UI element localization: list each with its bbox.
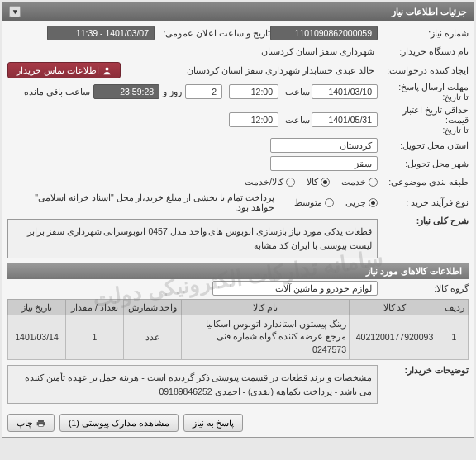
- contact-button[interactable]: اطلاعات تماس خریدار: [7, 62, 121, 78]
- notes-label: توضیحات خریدار:: [378, 365, 469, 375]
- remain-days: 2: [185, 84, 222, 99]
- validity-date: 1401/05/31: [312, 112, 378, 127]
- process-radio-group: جزیی متوسط: [294, 197, 378, 207]
- footer-buttons: پاسخ به نیاز مشاهده مدارک پیوستی (1) چاپ: [2, 409, 474, 437]
- remain-time: 23:59:28: [93, 84, 159, 99]
- announce-label: تاریخ و ساعت اعلان عمومی:: [155, 28, 270, 38]
- validity-time: 12:00: [229, 112, 278, 127]
- group-label: گروه کالا:: [378, 283, 469, 293]
- svg-rect-3: [39, 424, 44, 427]
- radio-service[interactable]: خدمت: [341, 177, 378, 187]
- attachments-button[interactable]: مشاهده مدارک پیوستی (1): [60, 414, 178, 432]
- deadline-date: 1401/03/10: [312, 84, 378, 99]
- group-value: لوازم خودرو و ماشین آلات: [212, 281, 378, 296]
- td-unit: عدد: [124, 315, 182, 359]
- notes-box: مشخصات و برند قطعات در قسمت پیوستی ذکر گ…: [7, 365, 378, 405]
- th-unit: واحد شمارش: [124, 299, 182, 315]
- org-value: شهرداری سقز استان کردستان: [258, 46, 378, 56]
- category-radio-group: خدمت کالا کالا/خدمت: [245, 177, 378, 187]
- td-name: رینگ پیستون استاندارد اتوبوس اسکانیا مرج…: [182, 315, 350, 359]
- goods-table: ردیف کد کالا نام کالا واحد شمارش تعداد /…: [7, 299, 469, 360]
- td-qty: 1: [66, 315, 124, 359]
- goods-header: اطلاعات کالاهای مورد نیاز: [7, 263, 469, 279]
- deadline-time: 12:00: [229, 84, 278, 99]
- province-value: کردستان: [270, 138, 378, 153]
- form-body: شماره نیاز: 1101090862000059 تاریخ و ساع…: [2, 21, 474, 409]
- province-label: استان محل تحویل:: [378, 140, 469, 150]
- td-code: 4021200177920093: [350, 315, 440, 359]
- th-code: کد کالا: [350, 299, 440, 315]
- main-panel: جزئیات اطلاعات نیاز ▾ شماره نیاز: 110109…: [2, 2, 474, 438]
- print-button-label: چاپ: [17, 418, 33, 428]
- remain-days-label: روز و: [159, 87, 185, 97]
- radio-partial[interactable]: جزیی: [345, 197, 378, 207]
- svg-point-0: [105, 67, 108, 70]
- respond-button-label: پاسخ به نیاز: [193, 418, 235, 428]
- print-icon: [36, 419, 45, 428]
- category-label: طبقه بندی موضوعی:: [378, 177, 469, 187]
- table-header-row: ردیف کد کالا نام کالا واحد شمارش تعداد /…: [8, 299, 469, 315]
- validity-label: حداقل تاریخ اعتبار قیمت:تا تاریخ:: [378, 105, 469, 135]
- city-value: سقز: [270, 156, 378, 171]
- collapse-icon[interactable]: ▾: [9, 6, 21, 17]
- th-idx: ردیف: [440, 299, 469, 315]
- th-qty: تعداد / مقدار: [66, 299, 124, 315]
- requester-value: خالد عبدی حسابدار شهرداری سقز استان کردس…: [121, 65, 378, 75]
- th-date: تاریخ نیاز: [8, 299, 66, 315]
- city-label: شهر محل تحویل:: [378, 159, 469, 168]
- deadline-label: مهلت ارسال پاسخ:تا تاریخ:: [378, 82, 469, 102]
- process-note: پرداخت تمام یا بخشی از مبلغ خرید،از محل …: [7, 192, 278, 212]
- td-idx: 1: [440, 315, 469, 359]
- attachments-button-label: مشاهده مدارک پیوستی (1): [69, 418, 169, 428]
- contact-button-label: اطلاعات تماس خریدار: [17, 65, 99, 75]
- process-label: نوع فرآیند خرید :: [378, 197, 469, 207]
- panel-title: جزئیات اطلاعات نیاز: [392, 7, 467, 17]
- svg-rect-1: [38, 420, 44, 422]
- radio-goods[interactable]: کالا: [307, 177, 330, 187]
- org-label: نام دستگاه خریدار:: [378, 46, 469, 56]
- need-no-value: 1101090862000059: [270, 26, 378, 40]
- time-label-2: ساعت: [278, 115, 312, 125]
- respond-button[interactable]: پاسخ به نیاز: [183, 414, 244, 432]
- radio-medium[interactable]: متوسط: [294, 197, 334, 207]
- need-no-label: شماره نیاز:: [378, 28, 469, 38]
- requester-label: ایجاد کننده درخواست:: [378, 65, 469, 75]
- time-label-1: ساعت: [278, 87, 312, 97]
- person-icon: [102, 66, 112, 75]
- panel-header: جزئیات اطلاعات نیاز ▾: [2, 2, 474, 21]
- main-desc-box: قطعات یدکی مورد نیاز بازسازی اتوبوس های …: [7, 219, 378, 258]
- td-date: 1401/03/14: [8, 315, 66, 359]
- remain-suffix: ساعت باقی مانده: [21, 87, 93, 97]
- main-desc-label: شرح کلی نیاز:: [378, 216, 469, 225]
- table-row: 1 4021200177920093 رینگ پیستون استاندارد…: [8, 315, 469, 359]
- announce-value: 1401/03/07 - 11:39: [47, 26, 155, 40]
- radio-goods-service[interactable]: کالا/خدمت: [245, 177, 295, 187]
- th-name: نام کالا: [182, 299, 350, 315]
- print-button[interactable]: چاپ: [7, 414, 55, 432]
